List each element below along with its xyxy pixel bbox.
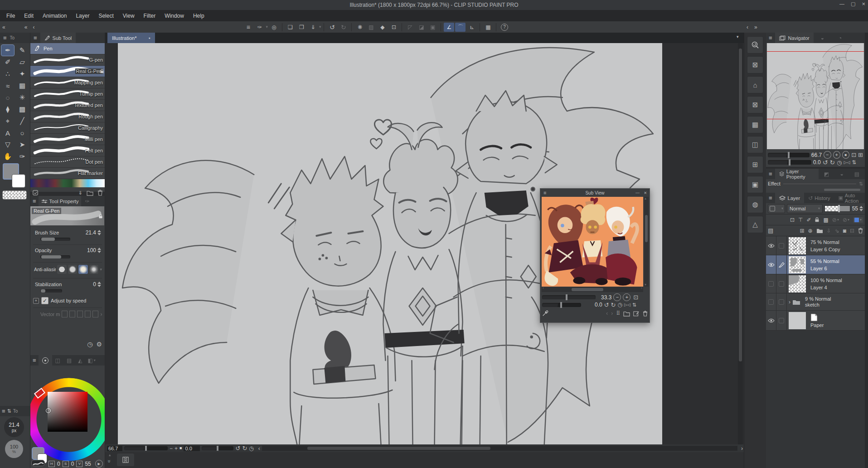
collapse-left-icon[interactable]: « [2, 24, 5, 30]
help-icon[interactable]: ? [499, 23, 509, 32]
navigator-zoom-in-icon[interactable]: + [833, 151, 840, 159]
statusbar-rotation-slider[interactable] [202, 446, 233, 450]
stabilization-spinner[interactable]: 0 [93, 281, 101, 288]
clip-studio-icon[interactable]: ◎ [269, 23, 279, 32]
vector-expand-icon[interactable]: › [100, 312, 102, 317]
tool-property-menu-icon[interactable]: ≡ [30, 198, 39, 205]
subtool-item[interactable]: Flat marker [30, 168, 105, 179]
draft-mark-icon[interactable]: ⊘▾ [843, 217, 849, 223]
menu-file[interactable]: File [2, 13, 19, 19]
right-dock-expand-icon[interactable]: » [754, 24, 757, 30]
dock-collapse2-icon[interactable]: ‹ [33, 24, 34, 30]
navigator-fit-icon[interactable]: ⊡ [851, 152, 856, 158]
layer-name[interactable]: Layer 4 [810, 285, 842, 290]
auto-action-tab[interactable]: ▣ Auto Action [834, 193, 865, 203]
navigator-rotate-right-icon[interactable]: ↻ [829, 159, 835, 166]
tool-blend[interactable]: ≈ [1, 80, 14, 91]
rotate-right-icon[interactable]: ↻ [242, 445, 247, 451]
new-vector-layer-icon[interactable]: ⊕ [808, 228, 813, 234]
subtool-item[interactable]: G-pen [30, 54, 105, 66]
subview-image[interactable] [542, 197, 643, 287]
layer-property-tab[interactable]: Layer Property [775, 169, 819, 179]
quick-access-dock-button[interactable] [747, 36, 763, 54]
zoom-out-icon[interactable]: − [170, 446, 173, 451]
expand-param-icon[interactable]: + [33, 298, 39, 304]
maximize-button[interactable]: ▢ [851, 1, 855, 6]
aa-weak-button[interactable] [68, 265, 78, 274]
aa-medium-button-selected[interactable] [78, 265, 88, 274]
close-button[interactable]: × [862, 1, 865, 7]
csp-pen-dropdown-icon[interactable]: ▾ [266, 25, 268, 29]
spinner-arrows-icon[interactable] [97, 248, 101, 253]
hscroll-left-icon[interactable]: ‹ [258, 446, 260, 451]
transfer-to-lower-icon[interactable]: ⇩ [827, 228, 831, 234]
color-history-tab[interactable]: ◧▾ [86, 355, 98, 366]
layer-tab[interactable]: Layer [775, 193, 805, 203]
adjust-by-speed-checkbox[interactable]: ✓ [41, 297, 48, 304]
layer-prop-tab-3[interactable]: ◒ [834, 169, 849, 179]
tool-lasso[interactable]: ◌ [1, 92, 14, 103]
layer-prop-tab-4[interactable]: ▤ [849, 169, 865, 179]
material-dock-button-6[interactable]: ⊞ [747, 156, 763, 173]
brush-size-badge[interactable]: 21.4 px [4, 417, 24, 437]
menu-view[interactable]: View [118, 13, 139, 19]
menu-filter[interactable]: Filter [139, 13, 160, 19]
tool-figure[interactable]: ╱ [16, 116, 29, 127]
layer-panel-menu-icon[interactable]: ≡ [766, 195, 775, 201]
subtool-item[interactable]: Rough pen [30, 111, 105, 122]
tab-strip-dropdown-icon[interactable]: ▾ [737, 35, 739, 39]
aa-dropdown-icon[interactable]: ▾ [100, 268, 102, 272]
right-dock-collapse-icon[interactable]: ‹ [747, 24, 748, 30]
layer-list-view-icon[interactable]: ▤ [768, 228, 773, 234]
new-subtool-folder-icon[interactable] [87, 190, 93, 196]
tool-decoration[interactable]: ✦ [16, 68, 29, 79]
tool-eyedropper[interactable]: ✑ [16, 151, 29, 162]
save-icon[interactable]: ⇓ [308, 23, 318, 32]
opacity-slider[interactable] [40, 255, 70, 258]
show-all-subtools-icon[interactable] [32, 190, 39, 196]
subview-zoom-value[interactable]: 33.3 [601, 294, 611, 301]
subview-titlebar[interactable]: ≡ Sub View — × [540, 189, 650, 197]
new-document-icon[interactable]: ❏ [285, 23, 296, 32]
tool-panel-menu-icon[interactable]: ≡ [0, 34, 10, 41]
toolbar-menu-icon[interactable]: ≡ [243, 23, 253, 32]
layer-row-3[interactable]: 100 % NormalLayer 4 [766, 274, 865, 293]
navigator-flip-v-icon[interactable]: ⇅ [852, 160, 856, 165]
selection-launcher-icon[interactable]: ◸ [405, 23, 415, 32]
layer-row-4-folder[interactable]: › 9 % Normalsketch [766, 293, 865, 311]
subview-rotate-left-icon[interactable]: ↺ [604, 302, 609, 308]
minimize-button[interactable]: — [839, 1, 844, 6]
footer-collapse-icon[interactable]: » [107, 460, 112, 463]
transparent-color-swatch[interactable] [2, 190, 27, 200]
blend-mode-dropdown[interactable]: Normal ▾ [787, 204, 823, 213]
spinner-arrows-icon[interactable] [859, 206, 863, 211]
subtool-item[interactable]: Calligraphy [30, 122, 105, 134]
zoom-in-icon[interactable]: + [175, 446, 178, 451]
invert-selection-icon[interactable]: ▨ [366, 23, 376, 32]
statusbar-zoom-value[interactable]: 66.7 [107, 446, 122, 451]
subview-zoom-out-icon[interactable]: − [613, 293, 621, 301]
subtool-menu-icon[interactable]: ≡ [30, 34, 40, 41]
subview-minimize-icon[interactable]: — [635, 191, 640, 195]
layer-thumbnail[interactable] [789, 275, 806, 292]
navigator-rotate-left-icon[interactable]: ↺ [823, 159, 828, 166]
material-dock-button-4[interactable]: ▦ [747, 116, 763, 133]
dock-collapse-icon[interactable]: « [24, 24, 28, 30]
tool-fill[interactable]: ⧫ [1, 104, 14, 115]
hscroll-right-icon[interactable]: › [741, 446, 743, 451]
information-tab[interactable]: ◔ [831, 33, 849, 43]
aa-strong-button[interactable] [89, 265, 99, 274]
tool-pencil[interactable]: ✎ [16, 45, 29, 56]
navigator-rotation-slider[interactable] [768, 160, 811, 165]
delete-subtool-icon[interactable] [97, 190, 103, 196]
menu-edit[interactable]: Edit [19, 13, 38, 19]
subview-open-icon[interactable] [623, 311, 630, 317]
color-options-icon[interactable]: ▸ [95, 460, 103, 468]
edit-target-box[interactable] [779, 281, 784, 287]
undo-icon[interactable]: ↺ [327, 23, 337, 32]
subview-window[interactable]: ≡ Sub View — × [540, 188, 650, 323]
subtool-group-pen[interactable]: Pen [30, 43, 105, 54]
brush-size-slider[interactable] [40, 238, 70, 241]
lock-transparent-icon[interactable]: ▩ [823, 217, 828, 223]
layer-row-1[interactable]: 75 % NormalLayer 6 Copy [766, 236, 865, 255]
